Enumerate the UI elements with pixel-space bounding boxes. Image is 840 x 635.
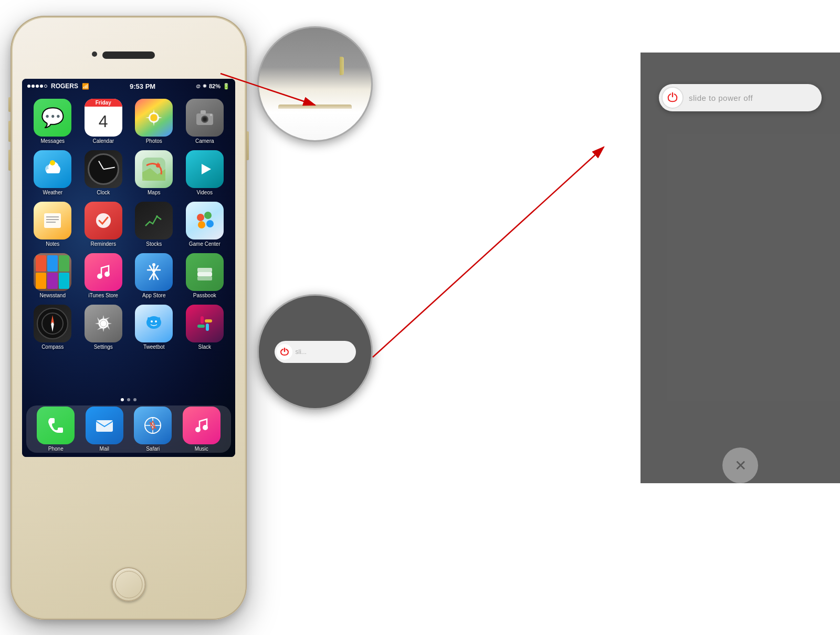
earpiece [102, 51, 155, 59]
cancel-button[interactable]: ✕ [722, 447, 758, 483]
front-camera [92, 51, 97, 57]
dock-safari[interactable]: Safari [133, 404, 173, 454]
zoom-top-content [259, 28, 371, 140]
app-icon-tweetbot[interactable]: Tweetbot [130, 303, 178, 352]
tweetbot-icon-img [135, 305, 173, 342]
svg-point-26 [197, 214, 204, 221]
app-icon-appstore[interactable]: App Store [130, 251, 178, 300]
safari-icon-img [134, 407, 172, 444]
app-icon-videos[interactable]: Videos [181, 148, 229, 197]
messages-label: Messages [40, 138, 65, 144]
app-icon-photos[interactable]: Photos [130, 97, 178, 146]
app-icon-camera[interactable]: Camera [181, 97, 229, 146]
svg-rect-22 [46, 219, 59, 220]
battery-percent: 82% [209, 83, 220, 89]
weather-icon-img [34, 150, 71, 188]
notes-label: Notes [46, 241, 59, 247]
carrier-name: ROGERS [51, 82, 78, 90]
settings-icon-img [85, 305, 122, 342]
app-icon-notes[interactable]: Notes [28, 200, 77, 249]
app-icon-reminders[interactable]: Reminders [79, 200, 128, 249]
svg-line-61 [373, 147, 604, 357]
cancel-label: Cancel [730, 488, 751, 496]
mute-switch[interactable] [8, 97, 10, 112]
iphone-device: ROGERS 📶 9:53 PM @ ❋ 82% 🔋 💬 [10, 16, 247, 620]
stocks-label: Stocks [146, 241, 162, 247]
messages-icon-img: 💬 [34, 99, 71, 137]
app-icon-slack[interactable]: Slack [181, 303, 229, 352]
slide-to-power-off[interactable]: slide to power off [659, 84, 822, 111]
bluetooth-icon: ❋ [203, 84, 207, 89]
app-icon-messages[interactable]: 💬 Messages [28, 97, 77, 146]
camera-label: Camera [195, 138, 214, 144]
calendar-date: 4 [85, 107, 122, 137]
dock-mail[interactable]: Mail [85, 404, 124, 454]
zoom-circle-power-button [257, 26, 373, 142]
svg-rect-48 [206, 324, 209, 331]
app-icon-stocks[interactable]: Stocks [130, 200, 178, 249]
power-button[interactable] [247, 131, 249, 160]
camera-icon-img [186, 99, 224, 137]
app-icon-clock[interactable]: Clock [79, 148, 128, 197]
mail-label: Mail [100, 446, 109, 452]
videos-label: Videos [197, 190, 213, 195]
app-icon-calendar[interactable]: Friday 4 Calendar [79, 97, 128, 146]
slack-label: Slack [198, 344, 211, 350]
app-icon-settings[interactable]: Settings [79, 303, 128, 352]
reminders-label: Reminders [91, 241, 116, 247]
svg-point-40 [100, 320, 107, 327]
app-icon-gamecenter[interactable]: Game Center [181, 200, 229, 249]
svg-point-9 [203, 118, 206, 121]
compass-icon-img [34, 305, 71, 342]
dock-music[interactable]: Music [182, 404, 222, 454]
phone-label: Phone [48, 446, 64, 452]
svg-rect-50 [205, 319, 212, 322]
power-button-circle [662, 87, 684, 109]
signal-dot-1 [27, 85, 30, 88]
newsstand-icon-img [34, 253, 71, 291]
svg-rect-33 [197, 272, 212, 276]
mail-icon-img [86, 407, 123, 444]
app-icon-newsstand[interactable]: Newsstand [28, 251, 77, 300]
svg-point-58 [203, 425, 208, 430]
zoom-circle-slide-power: sli... [257, 294, 373, 410]
svg-point-28 [206, 220, 214, 227]
clock-minute-hand [103, 166, 115, 169]
svg-point-1 [150, 114, 158, 121]
app-icon-compass[interactable]: Compass [28, 303, 77, 352]
notes-icon-img [34, 202, 71, 240]
gamecenter-icon-img [186, 202, 224, 240]
app-grid: 💬 Messages Friday 4 Calendar [26, 95, 231, 354]
power-panel: slide to power off ✕ Cancel [640, 53, 840, 483]
home-button[interactable] [112, 567, 146, 601]
videos-icon-img [186, 150, 224, 188]
signal-dot-2 [32, 85, 35, 88]
appstore-icon-img [135, 253, 173, 291]
volume-down-button[interactable] [8, 150, 10, 171]
svg-marker-5 [145, 117, 151, 119]
home-button-ring [115, 571, 142, 598]
volume-up-button[interactable] [8, 121, 10, 142]
dock: Phone Mail [26, 405, 231, 453]
app-icon-weather[interactable]: Weather [28, 148, 77, 197]
app-icon-itunesstore[interactable]: iTunes Store [79, 251, 128, 300]
zoom-power-button [340, 57, 344, 75]
signal-dot-4 [40, 85, 43, 88]
dock-phone[interactable]: Phone [36, 404, 76, 454]
compass-face [37, 308, 68, 339]
svg-point-29 [198, 221, 205, 228]
svg-rect-46 [158, 317, 160, 321]
calendar-day: Friday [85, 99, 122, 107]
svg-rect-21 [46, 216, 59, 217]
passbook-label: Passbook [193, 293, 216, 298]
page-dot-3 [133, 398, 136, 401]
app-icon-maps[interactable]: Maps [130, 148, 178, 197]
passbook-icon-img [186, 253, 224, 291]
clock-hour-hand [98, 161, 104, 170]
page-dot-2 [127, 398, 130, 401]
status-time: 9:53 PM [130, 82, 155, 90]
page-dot-1 [121, 398, 124, 401]
status-left: ROGERS 📶 [27, 82, 89, 90]
app-icon-passbook[interactable]: Passbook [181, 251, 229, 300]
photos-label: Photos [146, 138, 162, 144]
